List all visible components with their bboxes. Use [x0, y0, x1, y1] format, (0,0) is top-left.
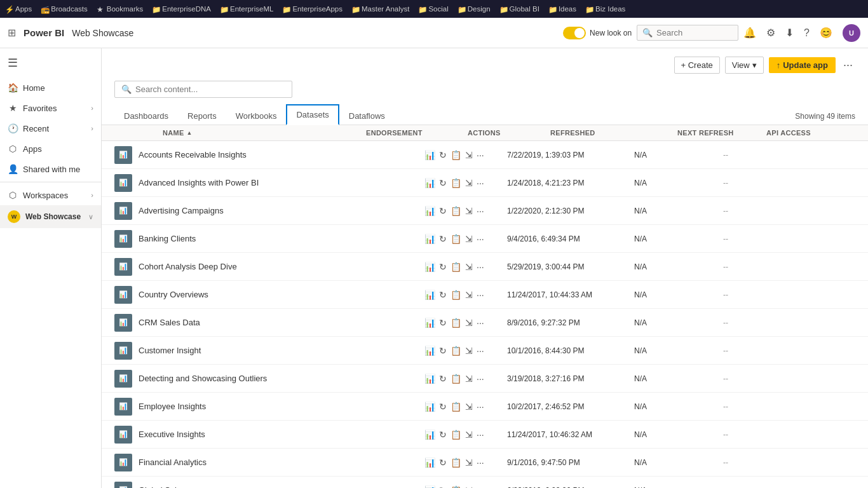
chart-icon-7[interactable]: 📊	[424, 346, 435, 356]
more-icon-2[interactable]: ···	[477, 206, 484, 216]
analyze-icon-8[interactable]: 📋	[451, 374, 461, 384]
more-icon-8[interactable]: ···	[477, 374, 484, 384]
analyze-icon-12[interactable]: 📋	[451, 485, 461, 489]
dataset-name-12[interactable]: Global Sales	[139, 485, 323, 488]
sidebar-item-home[interactable]: 🏠 Home	[0, 78, 101, 98]
chart-icon-4[interactable]: 📊	[424, 262, 435, 272]
analyze-icon-7[interactable]: 📋	[451, 346, 461, 356]
dataset-name-10[interactable]: Executive Insights	[139, 430, 323, 439]
emoji-icon[interactable]: 😊	[820, 27, 832, 39]
analyze-icon-4[interactable]: 📋	[451, 262, 461, 272]
dataset-name-11[interactable]: Financial Analytics	[139, 458, 323, 467]
dataset-name-3[interactable]: Banking Clients	[139, 234, 323, 243]
share-icon-4[interactable]: ⇲	[465, 262, 473, 272]
analyze-icon-11[interactable]: 📋	[451, 458, 461, 468]
analyze-icon-2[interactable]: 📋	[451, 206, 461, 216]
bookmarks-bar-item-masteranalyst[interactable]: 📁 Master Analyst	[351, 5, 409, 13]
view-button[interactable]: View ▾	[725, 57, 764, 74]
share-icon-5[interactable]: ⇲	[465, 290, 473, 300]
chart-icon-5[interactable]: 📊	[424, 290, 435, 300]
analyze-icon-9[interactable]: 📋	[451, 402, 461, 412]
chart-icon-8[interactable]: 📊	[424, 374, 435, 384]
more-icon-11[interactable]: ···	[477, 458, 484, 468]
chart-icon-0[interactable]: 📊	[424, 150, 435, 160]
chart-icon-1[interactable]: 📊	[424, 178, 435, 188]
help-icon[interactable]: ?	[804, 27, 810, 39]
dataset-name-9[interactable]: Employee Insights	[139, 402, 323, 411]
dataset-name-0[interactable]: Accounts Receivable Insights	[139, 150, 323, 159]
content-search-input[interactable]	[135, 85, 285, 94]
tab-reports[interactable]: Reports	[178, 106, 226, 125]
refresh-icon-1[interactable]: ↻	[439, 178, 447, 188]
more-icon-1[interactable]: ···	[477, 178, 484, 188]
dataset-name-1[interactable]: Advanced Insights with Power BI	[139, 178, 323, 187]
share-icon-0[interactable]: ⇲	[465, 150, 473, 160]
tab-dataflows[interactable]: Dataflows	[339, 106, 395, 125]
refresh-icon-4[interactable]: ↻	[439, 262, 447, 272]
analyze-icon-5[interactable]: 📋	[451, 290, 461, 300]
chart-icon-3[interactable]: 📊	[424, 234, 435, 244]
dataset-name-2[interactable]: Advertising Campaigns	[139, 206, 323, 215]
sidebar-item-web-showcase[interactable]: W Web Showcase ∨	[0, 205, 101, 228]
share-icon-7[interactable]: ⇲	[465, 346, 473, 356]
more-icon-0[interactable]: ···	[477, 150, 484, 160]
refresh-icon-9[interactable]: ↻	[439, 402, 447, 412]
refresh-icon-5[interactable]: ↻	[439, 290, 447, 300]
new-look-toggle[interactable]	[563, 27, 586, 39]
refresh-icon-10[interactable]: ↻	[439, 430, 447, 440]
sidebar-item-apps[interactable]: ⬡ Apps	[0, 139, 101, 159]
tab-dashboards[interactable]: Dashboards	[114, 106, 178, 125]
chart-icon-9[interactable]: 📊	[424, 402, 435, 412]
share-icon-8[interactable]: ⇲	[465, 374, 473, 384]
update-app-button[interactable]: ↑ Update app	[769, 57, 836, 73]
dataset-name-7[interactable]: Customer Insight	[139, 346, 323, 355]
notification-icon[interactable]: 🔔	[743, 27, 756, 39]
bookmarks-bar-item-globalbi[interactable]: 📁 Global BI	[499, 5, 539, 13]
share-icon-12[interactable]: ⇲	[465, 485, 473, 489]
chart-icon-6[interactable]: 📊	[424, 318, 435, 328]
settings-icon[interactable]: ⚙	[766, 27, 775, 39]
analyze-icon-3[interactable]: 📋	[451, 234, 461, 244]
more-icon-5[interactable]: ···	[477, 290, 484, 300]
sidebar-item-recent[interactable]: 🕐 Recent ›	[0, 118, 101, 139]
download-icon[interactable]: ⬇	[785, 27, 794, 39]
global-search-box[interactable]: 🔍	[637, 25, 738, 41]
analyze-icon-6[interactable]: 📋	[451, 318, 461, 328]
bookmarks-bar-item-enterprisedna[interactable]: 📁 EnterpriseDNA	[152, 5, 211, 13]
sidebar-item-workspaces[interactable]: ⬡ Workspaces ›	[0, 185, 101, 205]
sidebar-item-shared[interactable]: 👤 Shared with me	[0, 159, 101, 179]
share-icon-1[interactable]: ⇲	[465, 178, 473, 188]
share-icon-11[interactable]: ⇲	[465, 458, 473, 468]
refresh-icon-2[interactable]: ↻	[439, 206, 447, 216]
more-icon-3[interactable]: ···	[477, 234, 484, 244]
chart-icon-2[interactable]: 📊	[424, 206, 435, 216]
chart-icon-12[interactable]: 📊	[424, 485, 435, 489]
dataset-name-5[interactable]: Country Overviews	[139, 290, 323, 299]
dataset-name-6[interactable]: CRM Sales Data	[139, 318, 323, 327]
more-icon-4[interactable]: ···	[477, 262, 484, 272]
dataset-name-4[interactable]: Cohort Analysis Deep Dive	[139, 262, 323, 271]
chart-icon-10[interactable]: 📊	[424, 430, 435, 440]
more-icon-10[interactable]: ···	[477, 430, 484, 440]
bookmarks-bar-item-social[interactable]: 📁 Social	[418, 5, 448, 13]
refresh-icon-11[interactable]: ↻	[439, 458, 447, 468]
bookmarks-bar-item-broadcasts[interactable]: 📻 Broadcasts	[41, 5, 88, 13]
sidebar-item-favorites[interactable]: ★ Favorites ›	[0, 98, 101, 118]
refresh-icon-0[interactable]: ↻	[439, 150, 447, 160]
bookmarks-bar-item-bizideas[interactable]: 📁 Biz Ideas	[585, 5, 625, 13]
avatar[interactable]: U	[843, 24, 860, 42]
chart-icon-11[interactable]: 📊	[424, 458, 435, 468]
refresh-icon-8[interactable]: ↻	[439, 374, 447, 384]
bookmarks-bar-item-apps[interactable]: ⚡ Apps	[5, 5, 32, 13]
col-header-name[interactable]: NAME ▲	[163, 129, 366, 137]
refresh-icon-12[interactable]: ↻	[439, 485, 447, 489]
content-search-box[interactable]: 🔍	[114, 81, 292, 98]
tab-workbooks[interactable]: Workbooks	[226, 106, 287, 125]
hamburger-button[interactable]: ☰	[0, 48, 101, 78]
bookmarks-bar-item-ideas[interactable]: 📁 Ideas	[548, 5, 576, 13]
refresh-icon-7[interactable]: ↻	[439, 346, 447, 356]
bookmarks-bar-item-enterpriseapps[interactable]: 📁 EnterpriseApps	[282, 5, 342, 13]
bookmarks-bar-item-bookmarks[interactable]: ★ Bookmarks	[97, 5, 144, 13]
more-icon-9[interactable]: ···	[477, 402, 484, 412]
refresh-icon-3[interactable]: ↻	[439, 234, 447, 244]
